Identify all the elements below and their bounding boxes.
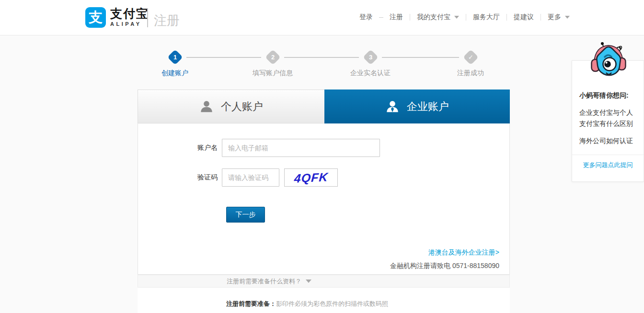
account-name-row: 账户名	[138, 139, 380, 157]
business-person-icon	[385, 100, 400, 114]
chevron-down-icon	[306, 279, 311, 283]
nav-login-link[interactable]: 登录	[359, 13, 373, 22]
account-name-label: 账户名	[138, 144, 222, 152]
tab-personal-account[interactable]: 个人账户	[138, 89, 324, 123]
brand-wordmark: 支付宝 ALIPAY	[110, 7, 149, 27]
captcha-label: 验证码	[138, 173, 222, 182]
alipay-register-page: 支 支付宝 ALIPAY 注册 登录 注册 我的支付宝 服务大厅 提建议 更多	[0, 0, 644, 313]
register-form: 账户名 验证码 4QFK 下一步 港澳台及海外企业注册> 金融机构注册请致电 0…	[138, 123, 510, 275]
nav-separator	[466, 14, 466, 21]
account-email-input[interactable]	[222, 139, 380, 157]
nav-separator	[506, 14, 507, 21]
main-area: 1 创建账户 2 填写账户信息 3 企业实名认证 ✓ 注册成功	[0, 35, 644, 313]
progress-steps: 1 创建账户 2 填写账户信息 3 企业实名认证 ✓ 注册成功	[138, 50, 510, 80]
robot-mascot-icon	[590, 40, 627, 82]
logo-divider	[147, 8, 148, 27]
help-question-difference[interactable]: 企业支付宝与个人支付宝有什么区别	[579, 107, 636, 129]
alipay-logo-icon[interactable]: 支	[85, 7, 106, 28]
step-success: ✓ 注册成功	[437, 50, 504, 78]
captcha-input[interactable]	[222, 168, 279, 187]
help-card: 小蚂哥猜你想问: 企业支付宝与个人支付宝有什么区别 海外公司如何认证 更多问题点…	[572, 60, 644, 182]
check-icon: ✓	[463, 49, 479, 65]
step-1-badge: 1	[167, 49, 183, 65]
captcha-row: 验证码 4QFK	[138, 168, 338, 187]
nav-service-hall-link[interactable]: 服务大厅	[473, 13, 500, 22]
prep-note-text: 影印件必须为彩色原件的扫描件或数码照	[276, 300, 388, 307]
header: 支 支付宝 ALIPAY 注册 登录 注册 我的支付宝 服务大厅 提建议 更多	[0, 0, 644, 35]
step-2-badge: 2	[265, 49, 281, 65]
nav-my-alipay-menu[interactable]: 我的支付宝	[417, 13, 459, 22]
prep-materials-note: 注册前需要准备：影印件必须为彩色原件的扫描件或数码照	[138, 288, 510, 313]
step-3-badge: 3	[363, 49, 379, 65]
chevron-down-icon	[454, 16, 459, 19]
help-question-overseas[interactable]: 海外公司如何认证	[579, 135, 636, 146]
nav-register-link[interactable]: 注册	[390, 13, 403, 22]
nav-separator	[540, 14, 541, 21]
register-panel: 个人账户 企业账户 账户名 验证码	[138, 89, 510, 313]
prep-note-title: 注册前需要准备：	[226, 300, 276, 307]
chevron-down-icon	[565, 16, 570, 19]
person-icon	[199, 100, 214, 114]
tab-enterprise-account[interactable]: 企业账户	[324, 89, 510, 123]
account-type-tabs: 个人账户 企业账户	[138, 89, 510, 123]
step-verify-name: 3 企业实名认证	[337, 50, 404, 78]
brand-name-cn: 支付宝	[110, 7, 149, 20]
finance-phone-note: 金融机构注册请致电 0571-88158090	[390, 262, 499, 270]
step-fill-info: 2 填写账户信息	[239, 50, 306, 78]
nav-more-menu[interactable]: 更多	[548, 13, 570, 22]
captcha-code-text: 4QFK	[293, 170, 328, 186]
nav-feedback-link[interactable]: 提建议	[514, 13, 534, 22]
prep-materials-toggle[interactable]: 注册前需要准备什么资料？	[138, 275, 510, 288]
brand-name-en: ALIPAY	[110, 21, 149, 27]
next-step-button[interactable]: 下一步	[226, 207, 265, 223]
overseas-register-link[interactable]: 港澳台及海外企业注册>	[428, 248, 499, 257]
nav-separator	[410, 14, 410, 21]
captcha-image[interactable]: 4QFK	[284, 168, 338, 187]
top-nav: 登录 注册 我的支付宝 服务大厅 提建议 更多	[359, 13, 570, 22]
help-card-title: 小蚂哥猜你想问:	[579, 91, 636, 100]
step-create-account: 1 创建账户	[141, 50, 208, 78]
nav-dash-divider	[379, 17, 383, 18]
more-questions-link[interactable]: 更多问题点此提问	[572, 155, 644, 175]
page-title: 注册	[154, 12, 180, 29]
